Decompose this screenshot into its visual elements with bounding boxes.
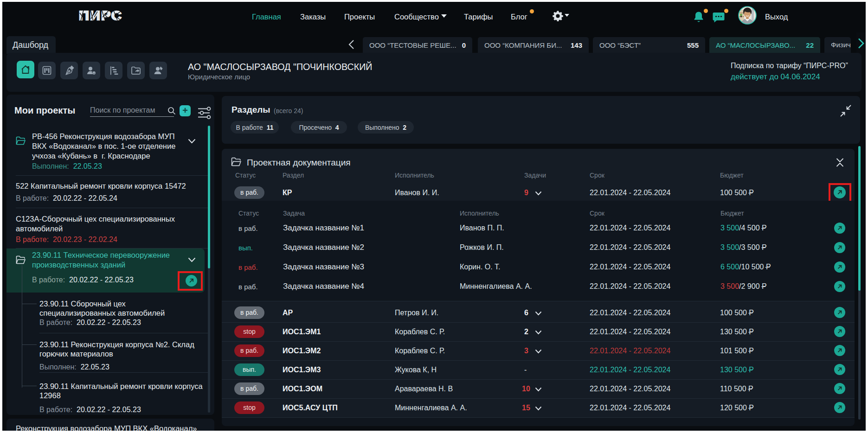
svg-text:ПИРС: ПИРС	[79, 9, 122, 22]
